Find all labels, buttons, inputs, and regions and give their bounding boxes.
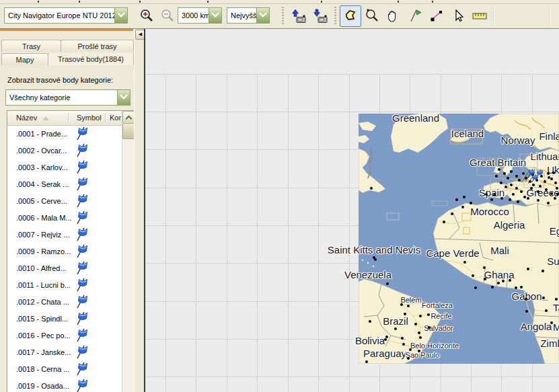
map-select-tool-button[interactable] [340,5,361,27]
waypoint-dot[interactable] [547,202,550,204]
waypoint-dot[interactable] [414,323,417,325]
waypoint-dot[interactable] [495,175,498,178]
waypoint-dot[interactable] [498,168,500,171]
route-tool-button[interactable] [426,5,447,27]
waypoint-dot[interactable] [483,266,486,269]
waypoint-dot[interactable] [493,194,496,196]
waypoint-dot[interactable] [461,206,464,208]
waypoint-list[interactable]: Název Symbol Kor .0001 - Prade....0002 -… [7,110,135,392]
waypoint-dot[interactable] [385,336,388,338]
map-viewport[interactable]: GreenlandIcelandNorwayFinlandGreat Brita… [359,114,559,364]
waypoint-dot[interactable] [407,357,410,360]
waypoint-tool-button[interactable] [404,5,426,27]
waypoint-dot[interactable] [527,268,529,270]
waypoint-row[interactable]: .0011 - Lucni b... [7,276,121,293]
zoom-out-button[interactable] [157,5,178,27]
waypoint-dot[interactable] [517,200,519,203]
waypoint-dot[interactable] [505,186,507,188]
waypoint-dot[interactable] [502,280,505,282]
column-nazev[interactable]: Název [16,114,37,122]
waypoint-row[interactable]: .0016 - Pec po... [7,327,121,344]
waypoint-dot[interactable] [419,315,422,317]
waypoint-dot[interactable] [507,177,509,180]
waypoint-dot[interactable] [419,336,422,339]
waypoint-dot[interactable] [545,309,548,312]
waypoint-dot[interactable] [373,256,375,259]
chevron-down-icon[interactable] [117,90,130,105]
waypoint-dot[interactable] [537,190,539,193]
send-to-device-button[interactable] [288,5,309,27]
waypoint-dot[interactable] [545,188,548,191]
receive-from-device-button[interactable] [309,5,331,27]
waypoint-dot[interactable] [443,221,445,223]
waypoint-row[interactable]: .0019 - Osada... [7,377,121,392]
waypoint-dot[interactable] [407,305,410,307]
chevron-down-icon[interactable] [256,8,269,23]
waypoint-row[interactable]: .0009 - Ramzo... [7,243,121,260]
column-kor[interactable]: Kor [110,114,121,122]
waypoint-dot[interactable] [515,175,518,178]
waypoint-dot[interactable] [539,185,542,188]
list-scrollbar[interactable] [122,111,134,392]
waypoint-dot[interactable] [427,313,430,316]
waypoint-dot[interactable] [472,274,474,277]
waypoint-row[interactable]: .0007 - Rejviz ... [7,226,121,243]
column-separator[interactable] [105,113,106,122]
waypoint-dot[interactable] [491,286,494,288]
waypoint-dot[interactable] [522,172,525,175]
waypoint-dot[interactable] [552,171,555,174]
tab-prosle-trasy[interactable]: Prošlé trasy [61,40,134,52]
waypoint-dot[interactable] [370,187,373,190]
waypoint-dot[interactable] [515,187,518,190]
waypoint-row[interactable]: .0001 - Prade... [7,125,121,142]
zoom-in-button[interactable] [136,5,157,27]
zoom-tool-button[interactable] [361,5,383,27]
waypoint-dot[interactable] [525,310,528,313]
tab-trasy[interactable]: Trasy [1,40,61,52]
waypoint-dot[interactable] [525,298,527,301]
waypoint-dot[interactable] [418,331,420,334]
waypoint-dot[interactable] [485,193,488,196]
waypoint-dot[interactable] [510,170,513,173]
blue-flag-icon[interactable] [530,173,539,183]
waypoint-dot[interactable] [537,199,539,202]
waypoint-row[interactable]: .0006 - Mala M... [7,209,121,226]
column-symbol[interactable]: Symbol [77,114,102,122]
waypoint-dot[interactable] [547,172,550,175]
waypoint-dot[interactable] [428,326,431,329]
waypoint-dot[interactable] [550,321,553,324]
waypoint-dot[interactable] [555,298,558,301]
waypoint-dot[interactable] [515,286,517,289]
waypoint-dot[interactable] [365,360,368,363]
waypoint-dot[interactable] [503,172,506,175]
waypoint-dot[interactable] [463,261,466,264]
waypoint-dot[interactable] [418,350,420,352]
waypoint-dot[interactable] [554,197,556,200]
waypoint-dot[interactable] [520,190,523,193]
waypoint-dot[interactable] [497,282,500,284]
waypoint-dot[interactable] [542,297,545,299]
waypoint-dot[interactable] [404,313,406,315]
waypoint-dot[interactable] [386,282,389,285]
waypoint-dot[interactable] [509,279,511,282]
waypoint-dot[interactable] [532,184,535,186]
toolbar-grip[interactable] [282,7,284,26]
tab-mapy[interactable]: Mapy [1,53,48,65]
waypoint-dot[interactable] [550,192,553,195]
scrollbar-thumb[interactable] [122,123,135,139]
waypoint-dot[interactable] [554,182,557,184]
waypoint-row[interactable]: .0015 - Spindl... [7,310,121,327]
category-select[interactable]: Všechny kategorie [5,89,131,106]
waypoint-row[interactable]: .0003 - Karlov... [7,159,121,175]
waypoint-row[interactable]: .0002 - Ovcar... [7,142,121,159]
waypoint-row[interactable]: .0018 - Cerna ... [7,360,121,377]
waypoint-dot[interactable] [400,303,403,306]
waypoint-dot[interactable] [394,327,397,330]
map-product-select[interactable]: City Navigator Europe NTU 2012.3 [4,7,128,24]
map-canvas[interactable]: GreenlandIcelandNorwayFinlandGreat Brita… [144,29,559,392]
waypoint-dot[interactable] [544,180,546,183]
detail-select[interactable]: Nejvyšší [227,7,270,24]
waypoint-dot[interactable] [384,338,387,341]
waypoint-dot[interactable] [523,196,526,198]
waypoint-dot[interactable] [409,348,412,351]
